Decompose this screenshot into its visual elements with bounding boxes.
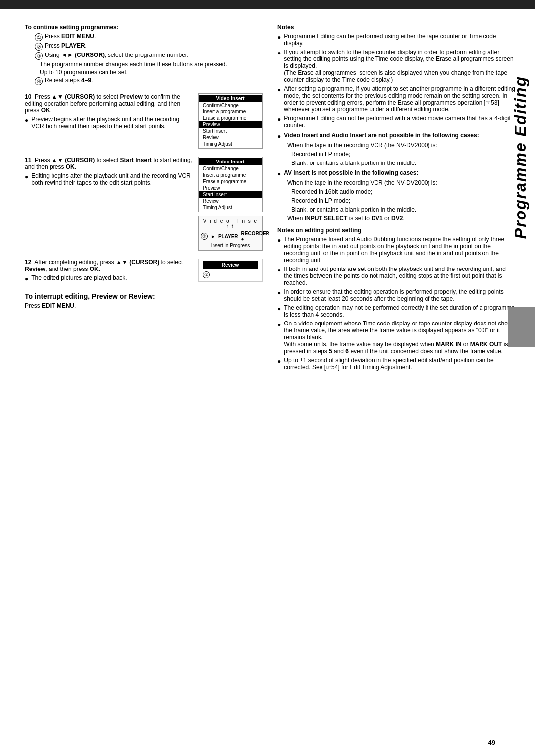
bold-note-2-sub-1: When the tape in the recording VCR (the … <box>287 179 515 186</box>
step-12-bullet-text: The edited pictures are played back. <box>31 274 127 281</box>
editing-bullet-2: ● <box>277 267 281 273</box>
step-12-review-box: Review ① <box>198 259 263 284</box>
menu-title-11: Video Insert <box>199 158 262 165</box>
step-10-menu: Video Insert Confirm/Change Insert a pro… <box>198 93 263 149</box>
editing-note-1-text: The Programme Insert and Audio Dubbing f… <box>284 236 515 264</box>
editing-note-4-text: The editing operation may not be perform… <box>284 304 515 318</box>
menu-item-11-3: Erase a programme <box>199 178 262 185</box>
review-box-12: Review ① <box>198 259 263 282</box>
step-11-menu: Video Insert Confirm/Change Insert a pro… <box>198 157 263 251</box>
note-bullet-3: ● <box>277 86 281 93</box>
vcr-row: ① ► PLAYER RECORDER ● <box>201 231 260 242</box>
notes-section: Notes ● Programme Editing can be perform… <box>277 24 515 371</box>
interrupt-heading: To interrupt editing, Preview or Review: <box>25 292 263 300</box>
menu-item-11-4: Preview <box>199 185 262 191</box>
bold-note-2-sub-3: Recorded in LP mode; <box>291 197 515 204</box>
bold-note-1-sub-3: Blank, or contains a blank portion in th… <box>291 160 515 166</box>
menu-item-11-5-selected: Start Insert <box>199 191 262 198</box>
vcr-title: V i d e o I n s e r t <box>201 218 260 229</box>
bold-note-1-text: Video Insert and Audio Insert are not po… <box>284 132 479 139</box>
vcr-player-label: PLAYER <box>218 234 238 239</box>
vertical-title: Programme Editing <box>511 76 530 239</box>
menu-item-11-6: Review <box>199 198 262 204</box>
menu-item-10-6: Review <box>199 134 262 141</box>
substep-3-text: Using ◄► (CURSOR), select the programme … <box>45 52 189 58</box>
interrupt-section: To interrupt editing, Preview or Review:… <box>25 292 263 309</box>
step-12-text: 12 After completing editing, press ▲▼ (C… <box>25 259 193 284</box>
note-bullet-1: ● <box>277 34 281 41</box>
editing-note-5-text: On a video equipment whose Time code dis… <box>284 320 515 355</box>
menu-item-10-5: Start Insert <box>199 128 262 134</box>
editing-note-2-text: If both in and out points are set on bot… <box>284 266 515 286</box>
menu-item-10-4-selected: Preview <box>199 121 262 128</box>
step-10-main: 10 Press ▲▼ (CURSOR) to select Preview t… <box>25 93 193 114</box>
step-11-bullet-text: Editing begins after the playback unit a… <box>31 172 193 186</box>
editing-point-block: Notes on editing point setting ● The Pro… <box>277 227 515 371</box>
continue-programmes-block: To continue setting programmes: ① Press … <box>25 24 263 85</box>
vcr-arrow-icon: ► <box>211 234 215 239</box>
menu-mockup-10: Video Insert Confirm/Change Insert a pro… <box>198 93 263 149</box>
vcr-recorder-label: RECORDER ● <box>241 231 269 242</box>
editing-bullet-6: ● <box>277 358 281 365</box>
note-bullet-2: ● <box>277 50 281 56</box>
note-1: ● Programme Editing can be performed usi… <box>277 33 515 47</box>
menu-item-11-1: Confirm/Change <box>199 165 262 172</box>
right-col: Notes ● Programme Editing can be perform… <box>277 24 515 373</box>
note-3-text: After setting a programme, if you attemp… <box>284 85 515 113</box>
substep-1-text: Press EDIT MENU. <box>45 33 96 40</box>
menu-item-10-1: Confirm/Change <box>199 102 262 108</box>
bold-note-2-sub: When the tape in the recording VCR (the … <box>287 179 515 222</box>
note-4-text: Programme Editing can not be performed w… <box>284 115 515 129</box>
circle-1: ① <box>35 33 43 41</box>
editing-bullet-3: ● <box>277 289 281 296</box>
left-col: To continue setting programmes: ① Press … <box>25 24 263 373</box>
continue-programmes-heading: To continue setting programmes: <box>25 24 263 31</box>
review-circle-icon: ① <box>203 271 210 278</box>
editing-point-heading: Notes on editing point setting <box>277 227 515 234</box>
substep-3: ③ Using ◄► (CURSOR), select the programm… <box>35 52 263 60</box>
menu-mockup-11: Video Insert Confirm/Change Insert a pro… <box>198 157 263 212</box>
step-11-text: 11 Press ▲▼ (CURSOR) to select Start Ins… <box>25 157 193 251</box>
menu-item-10-3: Erase a programme <box>199 115 262 121</box>
step-10-text: 10 Press ▲▼ (CURSOR) to select Preview t… <box>25 93 193 149</box>
editing-note-6-text: Up to ±1 second of slight deviation in t… <box>284 357 515 371</box>
bold-note-1-sub-1: When the tape in the recording VCR (the … <box>287 142 515 149</box>
bold-note-bullet-2: ● <box>277 170 281 177</box>
vcr-circle-icon: ① <box>201 233 208 240</box>
step-11-main: 11 Press ▲▼ (CURSOR) to select Start Ins… <box>25 157 193 170</box>
bold-note-2-sub-4: Blank, or contains a blank portion in th… <box>291 206 515 213</box>
editing-bullet-1: ● <box>277 237 281 244</box>
note-3: ● After setting a programme, if you atte… <box>277 85 515 113</box>
substep-3-note1: The programme number changes each time t… <box>40 61 263 68</box>
editing-note-3-text: In order to ensure that the editing oper… <box>284 288 515 302</box>
editing-note-3: ● In order to ensure that the editing op… <box>277 288 515 302</box>
note-4: ● Programme Editing can not be performed… <box>277 115 515 129</box>
circle-4: ④ <box>35 77 43 85</box>
step-12-block: 12 After completing editing, press ▲▼ (C… <box>25 259 263 284</box>
substep-1: ① Press EDIT MENU. <box>35 33 263 41</box>
editing-note-4: ● The editing operation may not be perfo… <box>277 304 515 318</box>
menu-item-10-7: Timing Adjust <box>199 141 262 147</box>
substep-3-note2: Up to 10 programmes can be set. <box>40 69 263 76</box>
menu-item-10-2: Insert a programme <box>199 108 262 115</box>
step-12-main: 12 After completing editing, press ▲▼ (C… <box>25 259 193 272</box>
gray-box-accent <box>508 307 535 347</box>
bold-note-1-sub: When the tape in the recording VCR (the … <box>287 142 515 166</box>
editing-note-2: ● If both in and out points are set on b… <box>277 266 515 286</box>
editing-note-5: ● On a video equipment whose Time code d… <box>277 320 515 355</box>
menu-item-11-2: Insert a programme <box>199 172 262 178</box>
vertical-title-container: Programme Editing <box>505 9 535 306</box>
substep-2-text: Press PLAYER. <box>45 42 87 49</box>
editing-bullet-4: ● <box>277 305 281 312</box>
editing-note-6: ● Up to ±1 second of slight deviation in… <box>277 357 515 371</box>
review-circle-row: ① <box>203 270 258 279</box>
page-number: 49 <box>488 739 495 746</box>
bold-note-2-sub-2: Recorded in 16bit audio mode; <box>291 188 515 195</box>
vcr-status-text: Insert in Progress <box>201 243 260 248</box>
note-2-text: If you attempt to switch to the tape cou… <box>284 49 515 83</box>
step-11-bullet: ● Editing begins after the playback unit… <box>25 172 193 186</box>
bold-note-bullet-1: ● <box>277 133 281 140</box>
step-10-block: 10 Press ▲▼ (CURSOR) to select Preview t… <box>25 93 263 149</box>
top-bar <box>0 0 535 9</box>
note-2: ● If you attempt to switch to the tape c… <box>277 49 515 83</box>
